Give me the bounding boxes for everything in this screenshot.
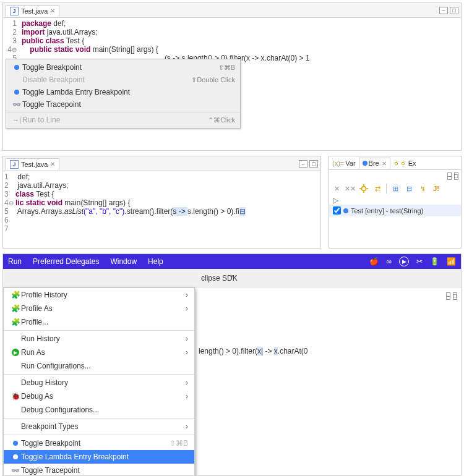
play-icon: ▶ [399,257,409,266]
breakpoints-view-tabs: (x)=Var Bre✕ ಠಠEx [329,156,461,170]
menu-label: Toggle Tracepoint [22,100,81,109]
app-title: clipse SDK [201,274,238,283]
breakpoints-toolbar: ✕ ✕✕ ⇄ ⊞ ⊟ ↯ J! [329,181,461,196]
tab-test-java[interactable]: J Test.java ✕ [6,158,59,170]
profile-icon: 🧩 [10,318,21,326]
menu-disable-breakpoint: Disable Breakpoint ⇧Double Click [6,74,240,86]
profile-icon: 🧩 [10,304,21,313]
menu-toggle-tracepoint[interactable]: 👓 Toggle Tracepoint [4,464,194,476]
jexception-icon[interactable]: J! [431,184,441,193]
minimize-icon[interactable]: – [447,172,452,180]
breakpoint-checkbox[interactable] [333,206,341,215]
overflow-icon[interactable]: ⊟ [239,207,246,216]
breakpoint-icon [363,161,367,166]
menu-toggle-breakpoint[interactable]: Toggle Breakpoint ⇧⌘B [6,61,240,74]
code-area[interactable]: 1package def; 2import java.util.Arrays; … [3,18,461,64]
tab-title: Test.java [21,161,48,168]
maximize-icon[interactable]: □ [454,172,458,180]
menu-run-as[interactable]: ▶ Run As› [4,346,194,359]
code-fragment: length() > 0).filter(x| -> x.charAt(0 [197,346,308,357]
breakpoint-icon [10,454,21,459]
minimize-icon[interactable]: – [299,160,307,168]
collapse-all-icon[interactable]: ⊟ [404,184,414,193]
menu-debug-as[interactable]: 🐞 Debug As› [4,389,194,403]
breakpoint-icon [343,208,348,213]
breakpoint-icon [11,90,22,95]
remove-all-icon[interactable]: ✕✕ [345,184,355,193]
tree-expand-icon[interactable]: ▷ [329,196,461,205]
minimize-icon[interactable]: – [439,7,448,14]
ruler-context-menu: Toggle Breakpoint ⇧⌘B Disable Breakpoint… [6,59,241,129]
maximize-icon[interactable]: □ [309,160,318,168]
breakpoint-icon [11,65,22,70]
remove-icon[interactable]: ✕ [332,184,342,193]
menu-window[interactable]: Window [110,257,137,266]
code-area[interactable]: 1 def; 2 java.util.Arrays; 3class Test {… [3,171,320,234]
close-icon[interactable]: ✕ [50,7,55,14]
menu-preferred-delegates[interactable]: Preferred Delegates [33,257,99,266]
skip-icon[interactable]: ↯ [418,184,427,193]
menu-toggle-lambda-breakpoint[interactable]: Toggle Lambda Entry Breakpoint [6,86,240,98]
apple-icon: 🍎 [369,257,379,266]
tab-title: Test.java [21,7,48,15]
close-icon[interactable]: ✕ [50,161,55,168]
menu-run-history[interactable]: Run History› [4,332,194,346]
maximize-icon[interactable]: □ [450,7,458,14]
tab-breakpoints[interactable]: Bre✕ [359,158,390,169]
menu-debug-history[interactable]: Debug History› [4,376,194,389]
chevron-right-icon: › [186,304,188,313]
menu-profile[interactable]: 🧩 Profile... [4,315,194,329]
menu-breakpoint-types[interactable]: Breakpoint Types› [4,420,194,433]
menu-toggle-tracepoint[interactable]: 👓 Toggle Tracepoint [6,98,240,111]
breakpoint-entry[interactable]: Test [entry] - test(String) [329,205,461,216]
menu-toggle-breakpoint[interactable]: Toggle Breakpoint⇧⌘B [4,436,194,450]
menu-run-to-line: →| Run to Line ⌃⌘Click [6,114,240,126]
tab-variables[interactable]: (x)=Var [329,158,359,168]
editor-tab-bar: J Test.java ✕ – □ [3,156,320,171]
menu-label: Toggle Breakpoint [22,63,82,72]
maximize-icon[interactable]: □ [453,292,457,300]
java-file-icon: J [10,7,19,15]
tab-expressions[interactable]: ಠಠEx [390,158,419,168]
menu-label: Run to Line [22,116,60,124]
profile-icon: 🧩 [10,291,21,299]
fold-icon[interactable]: ⊖ [12,46,17,53]
wifi-icon: 📶 [447,257,456,266]
menu-toggle-lambda-breakpoint[interactable]: Toggle Lambda Entry Breakpoint [4,450,194,464]
fold-icon[interactable]: ⊖ [9,200,14,206]
svg-point-0 [362,187,366,191]
menubar: Run Preferred Delegates Window Help 🍎 ∞ … [3,254,461,269]
chevron-right-icon: › [186,291,188,299]
gear-icon[interactable] [359,184,369,193]
bug-icon: 🐞 [10,392,21,401]
run-to-line-icon: →| [11,116,22,124]
menu-shortcut: ⇧⌘B [218,64,235,72]
menu-label: Disable Breakpoint [22,75,85,84]
menu-debug-configurations[interactable]: Debug Configurations... [4,403,194,417]
run-menu-dropdown: 🧩 Profile History› 🧩 Profile As› 🧩 Profi… [3,287,195,476]
tracepoint-icon: 👓 [10,467,21,475]
expand-all-icon[interactable]: ⊞ [390,184,400,193]
tracepoint-icon: 👓 [11,101,22,109]
app-toolbar: ⌃ clipse SDK [3,269,461,287]
editor-tab-bar: J Test.java ✕ – □ [3,3,461,18]
menu-profile-as[interactable]: 🧩 Profile As› [4,302,194,315]
lambda-selection: s -> [173,207,187,216]
java-file-icon: J [10,160,19,169]
status-icon: ✂︎ [416,257,423,266]
menu-run-configurations[interactable]: Run Configurations... [4,359,194,373]
menubar-status-icons: 🍎 ∞ ▶ ✂︎ 🔋 📶 [369,257,456,266]
menu-profile-history[interactable]: 🧩 Profile History› [4,288,194,302]
breakpoint-icon [10,441,21,446]
menu-label: Toggle Lambda Entry Breakpoint [22,88,130,96]
menu-help[interactable]: Help [148,257,163,266]
menu-run[interactable]: Run [8,257,22,266]
menu-shortcut: ⌃⌘Click [208,116,235,124]
menu-shortcut: ⇧Double Click [191,76,235,84]
tab-test-java[interactable]: J Test.java ✕ [6,5,59,17]
link-icon[interactable]: ⇄ [372,184,382,193]
minimize-icon[interactable]: – [446,292,450,300]
run-icon: ▶ [10,349,21,356]
battery-icon: 🔋 [430,257,439,266]
menu-separator [6,112,240,113]
